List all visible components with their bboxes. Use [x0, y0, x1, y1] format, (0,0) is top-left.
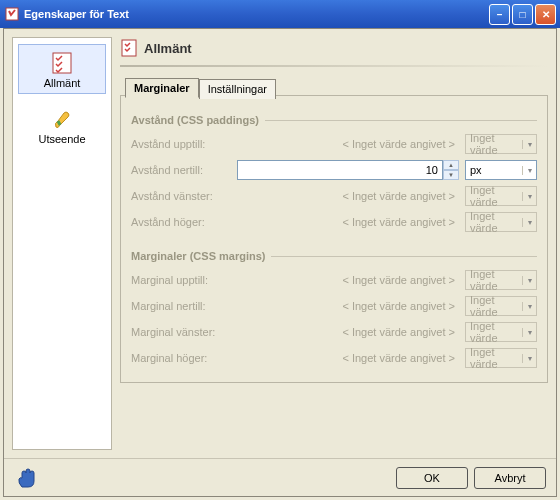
titlebar: Egenskaper för Text – □ ✕: [0, 0, 560, 28]
chevron-down-icon: ▾: [522, 276, 536, 285]
unit-select[interactable]: Inget värde▾: [465, 348, 537, 368]
row-margin-bottom: Marginal nertill: < Inget värde angivet …: [131, 296, 537, 316]
cancel-button[interactable]: Avbryt: [474, 467, 546, 489]
chevron-up-icon[interactable]: ▲: [443, 160, 459, 170]
sidebar-item-general[interactable]: Allmänt: [18, 44, 106, 94]
padding-bottom-spinner[interactable]: ▲▼: [237, 160, 459, 180]
unit-select[interactable]: px▾: [465, 160, 537, 180]
checklist-icon: [120, 39, 138, 57]
ok-button[interactable]: OK: [396, 467, 468, 489]
group-title-margin: Marginaler (CSS margins): [131, 250, 265, 262]
row-padding-bottom: Avstånd nertill: ▲▼ px▾: [131, 160, 537, 180]
unit-select[interactable]: Inget värde▾: [465, 134, 537, 154]
tab-settings[interactable]: Inställningar: [199, 79, 276, 99]
unit-select[interactable]: Inget värde▾: [465, 212, 537, 232]
chevron-down-icon: ▾: [522, 218, 536, 227]
app-icon: [4, 6, 20, 22]
chevron-down-icon[interactable]: ▼: [443, 170, 459, 180]
tab-margins[interactable]: Marginaler: [125, 78, 199, 98]
row-margin-right: Marginal höger: < Inget värde angivet > …: [131, 348, 537, 368]
unit-select[interactable]: Inget värde▾: [465, 296, 537, 316]
padding-bottom-input[interactable]: [237, 160, 443, 180]
row-padding-left: Avstånd vänster: < Inget värde angivet >…: [131, 186, 537, 206]
row-margin-top: Marginal upptill: < Inget värde angivet …: [131, 270, 537, 290]
sidebar-item-appearance[interactable]: Utseende: [18, 100, 106, 150]
row-padding-right: Avstånd höger: < Inget värde angivet > I…: [131, 212, 537, 232]
sidebar: Allmänt Utseende: [12, 37, 112, 450]
unit-select[interactable]: Inget värde▾: [465, 270, 537, 290]
chevron-down-icon: ▾: [522, 166, 536, 175]
maximize-button[interactable]: □: [512, 4, 533, 25]
chevron-down-icon: ▾: [522, 302, 536, 311]
unit-select[interactable]: Inget värde▾: [465, 186, 537, 206]
chevron-down-icon: ▾: [522, 192, 536, 201]
page-title: Allmänt: [144, 41, 192, 56]
chevron-down-icon: ▾: [522, 354, 536, 363]
divider: [120, 65, 548, 67]
hand-icon: [14, 465, 40, 491]
row-margin-left: Marginal vänster: < Inget värde angivet …: [131, 322, 537, 342]
sidebar-item-label: Allmänt: [21, 77, 103, 89]
sidebar-item-label: Utseende: [21, 133, 103, 145]
chevron-down-icon: ▾: [522, 328, 536, 337]
row-padding-top: Avstånd upptill: < Inget värde angivet >…: [131, 134, 537, 154]
panel: Marginaler Inställningar Avstånd (CSS pa…: [120, 95, 548, 383]
unit-select[interactable]: Inget värde▾: [465, 322, 537, 342]
minimize-button[interactable]: –: [489, 4, 510, 25]
close-button[interactable]: ✕: [535, 4, 556, 25]
group-title-padding: Avstånd (CSS paddings): [131, 114, 259, 126]
chevron-down-icon: ▾: [522, 140, 536, 149]
brush-icon: [50, 107, 74, 131]
window-title: Egenskaper för Text: [24, 8, 489, 20]
bottom-bar: OK Avbryt: [4, 458, 556, 496]
checklist-icon: [50, 51, 74, 75]
